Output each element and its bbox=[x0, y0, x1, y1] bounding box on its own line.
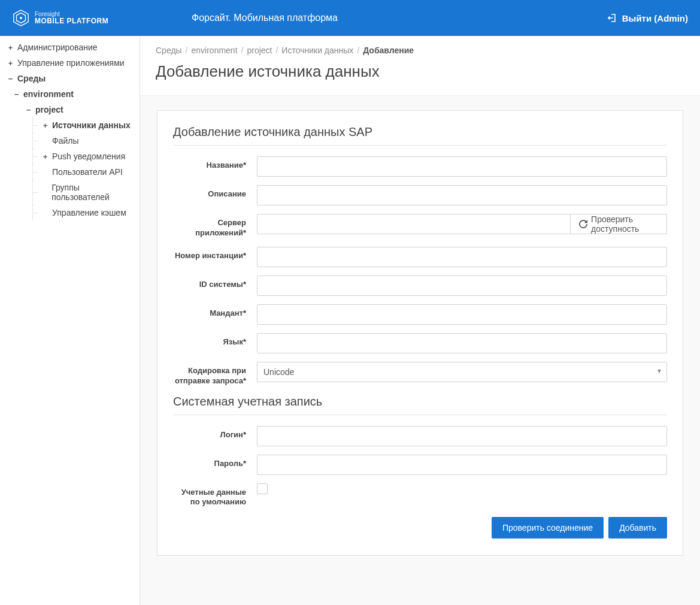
svg-point-2 bbox=[20, 17, 22, 19]
sidebar-item-label: Источники данных bbox=[52, 120, 131, 130]
check-availability-label: Проверить доступность bbox=[591, 214, 658, 234]
header: Foresight MOBILE PLATFORM Форсайт. Мобил… bbox=[0, 0, 700, 36]
sidebar-item-environment[interactable]: − environment bbox=[0, 86, 140, 102]
label-system-id: ID системы* bbox=[173, 276, 257, 296]
login-input[interactable] bbox=[257, 426, 667, 446]
sidebar-item-label: Администрирование bbox=[17, 43, 98, 52]
sidebar-item-api-users[interactable]: ·Пользователи API bbox=[0, 164, 140, 180]
section-title: Системная учетная запись bbox=[173, 395, 667, 415]
label-encoding: Кодировка при отправке запроса* bbox=[173, 362, 257, 386]
sidebar-item-label: Группы пользователей bbox=[51, 183, 135, 202]
name-input[interactable] bbox=[257, 156, 667, 177]
label-login: Логин* bbox=[173, 426, 257, 446]
brand-bottom: MOBILE PLATFORM bbox=[35, 17, 108, 25]
label-language: Язык* bbox=[173, 333, 257, 353]
breadcrumb-link[interactable]: Среды bbox=[156, 46, 182, 55]
mandant-input[interactable] bbox=[257, 304, 667, 325]
logout-button[interactable]: Выйти (Admin) bbox=[608, 13, 688, 23]
app-server-input[interactable] bbox=[257, 214, 571, 234]
password-input[interactable] bbox=[257, 455, 667, 475]
collapse-icon[interactable]: − bbox=[12, 90, 21, 99]
instance-number-input[interactable] bbox=[257, 247, 667, 267]
sidebar-item-label: Среды bbox=[17, 74, 46, 83]
breadcrumb-link[interactable]: project bbox=[247, 46, 272, 55]
sidebar-item-user-groups[interactable]: ·Группы пользователей bbox=[0, 180, 140, 205]
system-id-input[interactable] bbox=[257, 276, 667, 296]
default-creds-checkbox[interactable] bbox=[257, 483, 268, 494]
expand-icon[interactable]: + bbox=[6, 43, 15, 52]
label-mandant: Мандант* bbox=[173, 304, 257, 325]
breadcrumb-current: Добавление bbox=[363, 46, 414, 55]
header-title: Форсайт. Мобильная платформа bbox=[192, 13, 338, 23]
refresh-icon bbox=[579, 220, 587, 228]
topband: Среды/ environment/ project/ Источники д… bbox=[140, 36, 700, 96]
sidebar: + Администрирование + Управление приложе… bbox=[0, 36, 140, 605]
check-connection-button[interactable]: Проверить соединение bbox=[492, 517, 604, 539]
sidebar-item-label: environment bbox=[23, 89, 74, 99]
language-input[interactable] bbox=[257, 333, 667, 353]
encoding-select[interactable]: Unicode bbox=[257, 362, 667, 382]
page-title: Добавление источника данных bbox=[156, 62, 684, 81]
sidebar-item-label: Управление приложениями bbox=[17, 58, 125, 68]
add-button[interactable]: Добавить bbox=[608, 517, 667, 539]
label-instance-number: Номер инстанции* bbox=[173, 247, 257, 267]
brand-top: Foresight bbox=[35, 11, 108, 17]
check-availability-button[interactable]: Проверить доступность bbox=[571, 214, 667, 234]
label-name: Название* bbox=[173, 156, 257, 177]
breadcrumb-link[interactable]: Источники данных bbox=[281, 46, 353, 55]
collapse-icon[interactable]: − bbox=[24, 105, 33, 114]
sidebar-item-cache[interactable]: ·Управление кэшем bbox=[0, 205, 140, 220]
sidebar-item-label: Управление кэшем bbox=[52, 208, 126, 217]
label-default-creds: Учетные данные по умолчанию bbox=[173, 483, 257, 508]
label-description: Описание bbox=[173, 185, 257, 205]
breadcrumb-link[interactable]: environment bbox=[192, 46, 238, 55]
sidebar-item-label: Пользователи API bbox=[52, 167, 123, 177]
expand-icon[interactable]: + bbox=[41, 152, 50, 161]
sidebar-item-push[interactable]: +Push уведомления bbox=[0, 149, 140, 164]
breadcrumb: Среды/ environment/ project/ Источники д… bbox=[156, 46, 684, 55]
sidebar-item-apps[interactable]: + Управление приложениями bbox=[0, 55, 140, 71]
sidebar-item-files[interactable]: ·Файлы bbox=[0, 133, 140, 149]
logout-icon bbox=[608, 13, 617, 23]
sidebar-item-datasources[interactable]: +Источники данных bbox=[0, 117, 140, 133]
section-title: Добавление источника данных SAP bbox=[173, 125, 667, 146]
form-panel: Добавление источника данных SAP Название… bbox=[157, 110, 683, 556]
logo-icon bbox=[12, 9, 30, 27]
description-input[interactable] bbox=[257, 185, 667, 205]
logout-label: Выйти (Admin) bbox=[622, 13, 688, 23]
label-app-server: Сервер приложений* bbox=[173, 214, 257, 238]
sidebar-item-label: Файлы bbox=[52, 136, 78, 146]
logo[interactable]: Foresight MOBILE PLATFORM bbox=[12, 9, 150, 27]
sidebar-item-project[interactable]: − project bbox=[0, 102, 140, 117]
main: Среды/ environment/ project/ Источники д… bbox=[140, 36, 700, 605]
sidebar-item-admin[interactable]: + Администрирование bbox=[0, 40, 140, 55]
collapse-icon[interactable]: − bbox=[6, 74, 15, 83]
expand-icon[interactable]: + bbox=[41, 121, 50, 130]
sidebar-item-environments[interactable]: − Среды bbox=[0, 71, 140, 86]
sidebar-item-label: project bbox=[35, 105, 63, 114]
expand-icon[interactable]: + bbox=[6, 59, 15, 68]
sidebar-item-label: Push уведомления bbox=[52, 152, 125, 161]
label-password: Пароль* bbox=[173, 455, 257, 475]
